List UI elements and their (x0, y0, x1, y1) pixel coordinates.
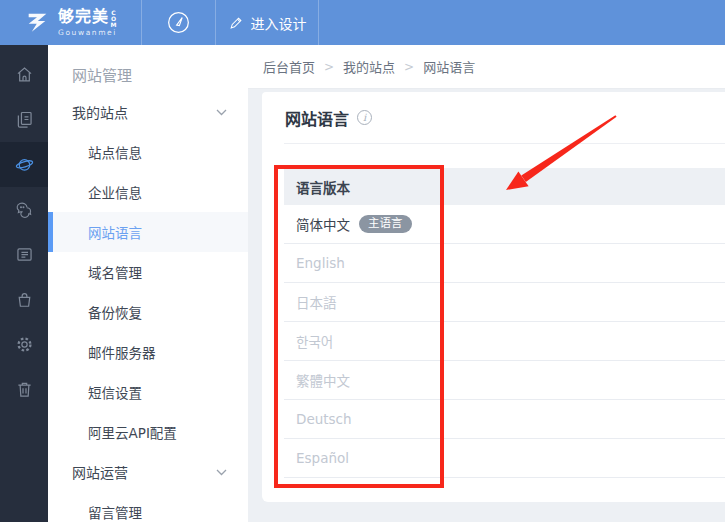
sidebar-item-backup[interactable]: 备份恢复 (48, 292, 248, 332)
topbar: 够完美 COM Gouwanmei 进入设计 (0, 0, 725, 45)
topbar-divider (318, 0, 319, 45)
table-row-zh-cn[interactable]: 简体中文 主语言 (284, 205, 725, 244)
settings-gear-icon (14, 334, 35, 355)
title-divider (284, 143, 725, 144)
brand-name: 够完美 (58, 9, 109, 25)
page-title: 网站语言 (285, 106, 349, 130)
rail-item-settings[interactable] (0, 322, 48, 367)
rail-item-mall[interactable] (0, 277, 48, 322)
sidebar-item-company-info[interactable]: 企业信息 (48, 172, 248, 212)
documents-icon (14, 109, 35, 130)
sidebar-group-label: 网站运营 (72, 462, 128, 482)
enter-design-button[interactable]: 进入设计 (216, 0, 318, 45)
rail-item-documents[interactable] (0, 97, 48, 142)
rail-item-home[interactable] (0, 52, 48, 97)
rail-item-website[interactable] (0, 142, 48, 187)
sidebar-item-site-info[interactable]: 站点信息 (48, 132, 248, 172)
chevron-down-icon (216, 109, 227, 116)
info-circle-icon[interactable] (357, 110, 372, 125)
language-label: Español (296, 450, 349, 466)
table-row-german[interactable]: Deutsch (284, 400, 725, 439)
icon-rail (0, 45, 48, 522)
pencil-icon (228, 15, 244, 31)
table-row-english[interactable]: English (284, 244, 725, 283)
language-label: Deutsch (296, 411, 352, 427)
table-row-korean[interactable]: 한국어 (284, 322, 725, 361)
language-label: 简体中文 (296, 214, 350, 234)
breadcrumb-my-site[interactable]: 我的站点 (343, 57, 395, 76)
dashboard-button[interactable] (142, 0, 215, 45)
messages-icon (14, 199, 35, 220)
content-card: 网站语言 语言版本 简体中文 主语言 English 日本語 한국어 (262, 92, 725, 502)
brand-suffix: COM (110, 9, 117, 27)
language-label: 日本語 (296, 292, 337, 312)
sidebar-group-label: 我的站点 (72, 102, 128, 122)
sidebar-item-sms[interactable]: 短信设置 (48, 372, 248, 412)
dashboard-gauge-icon (164, 8, 193, 37)
sidebar-item-mail-server[interactable]: 邮件服务器 (48, 332, 248, 372)
sidebar-item-site-language[interactable]: 网站语言 (48, 212, 248, 252)
table-row-spanish[interactable]: Español (284, 439, 725, 478)
website-planet-icon (14, 154, 35, 175)
mall-bag-icon (14, 289, 35, 310)
rail-item-messages[interactable] (0, 187, 48, 232)
language-label: 한국어 (296, 331, 333, 351)
rail-item-trash[interactable] (0, 367, 48, 412)
language-label: 繁體中文 (296, 370, 350, 390)
brand-logo[interactable]: 够完美 COM Gouwanmei (0, 0, 141, 45)
language-label: English (296, 255, 345, 271)
z-mark-icon (24, 9, 51, 36)
card-title-row: 网站语言 (262, 92, 725, 143)
breadcrumb-separator: > (324, 60, 334, 74)
home-icon (14, 64, 35, 85)
table-header: 语言版本 (284, 168, 725, 205)
rail-item-content-list[interactable] (0, 232, 48, 277)
breadcrumb-separator: > (404, 60, 414, 74)
breadcrumb-current: 网站语言 (423, 57, 475, 76)
content-list-icon (14, 244, 35, 265)
sidebar-item-aliyun-api[interactable]: 阿里云API配置 (48, 412, 248, 452)
primary-language-badge: 主语言 (359, 215, 412, 234)
table-row-zh-tw[interactable]: 繁體中文 (284, 361, 725, 400)
sidebar: 网站管理 我的站点 站点信息 企业信息 网站语言 域名管理 备份恢复 邮件服务器… (48, 45, 248, 522)
sidebar-group-site-operation[interactable]: 网站运营 (48, 452, 248, 492)
sidebar-group-my-site[interactable]: 我的站点 (48, 92, 248, 132)
breadcrumb: 后台首页 > 我的站点 > 网站语言 (248, 45, 725, 89)
sidebar-item-domain[interactable]: 域名管理 (48, 252, 248, 292)
main-content: 后台首页 > 我的站点 > 网站语言 网站语言 语言版本 简体中文 主语言 En… (248, 45, 725, 522)
enter-design-label: 进入设计 (251, 13, 307, 33)
language-table: 语言版本 简体中文 主语言 English 日本語 한국어 繁體中文 (284, 168, 725, 478)
brand-subtitle: Gouwanmei (58, 29, 117, 37)
sidebar-item-messages-admin[interactable]: 留言管理 (48, 492, 248, 522)
brand-text: 够完美 COM Gouwanmei (58, 9, 117, 37)
app-window: 够完美 COM Gouwanmei 进入设计 (0, 0, 725, 522)
table-row-japanese[interactable]: 日本語 (284, 283, 725, 322)
trash-icon (14, 379, 35, 400)
breadcrumb-home[interactable]: 后台首页 (263, 57, 315, 76)
sidebar-title: 网站管理 (48, 45, 248, 92)
chevron-down-icon (216, 469, 227, 476)
